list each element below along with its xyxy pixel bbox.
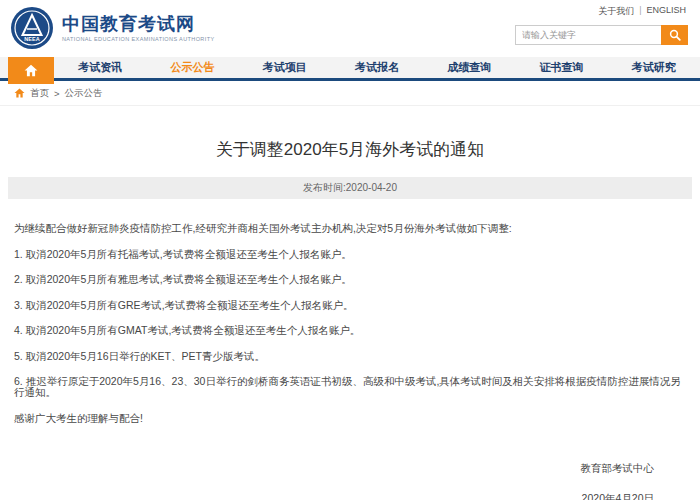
signature-org: 教育部考试中心: [14, 462, 654, 476]
nav-home-button[interactable]: [8, 57, 54, 84]
search-input[interactable]: [515, 25, 661, 45]
site-header: NEEA 中国教育考试网 NATIONAL EDUCATION EXAMINAT…: [0, 0, 700, 57]
signature-block: 教育部考试中心 2020年4月20日: [14, 462, 684, 500]
home-icon: [24, 64, 38, 77]
article-body: 为继续配合做好新冠肺炎疫情防控工作,经研究并商相关国外考试主办机构,决定对5月份…: [0, 199, 700, 500]
article-item-5: 5. 取消2020年5月16日举行的KET、PET青少版考试。: [14, 351, 684, 362]
article-thanks: 感谢广大考生的理解与配合!: [14, 413, 684, 424]
top-links: 关于我们 | ENGLISH: [598, 5, 686, 18]
article-item-1: 1. 取消2020年5月所有托福考试,考试费将全额退还至考生个人报名账户。: [14, 249, 684, 260]
site-title-block: 中国教育考试网 NATIONAL EDUCATION EXAMINATIONS …: [62, 14, 215, 42]
search-bar: [515, 25, 688, 45]
breadcrumb-home[interactable]: 首页: [30, 87, 49, 100]
search-button[interactable]: [661, 25, 688, 45]
site-name: 中国教育考试网: [62, 14, 215, 34]
magnifier-icon: [669, 29, 681, 41]
site-subtitle: NATIONAL EDUCATION EXAMINATIONS AUTHORIT…: [62, 36, 215, 42]
top-links-divider: |: [639, 5, 641, 18]
nav-item-exam-research[interactable]: 考试研究: [608, 57, 700, 78]
nav-item-exam-news[interactable]: 考试资讯: [54, 57, 146, 78]
svg-text:NEEA: NEEA: [24, 36, 39, 42]
about-us-link[interactable]: 关于我们: [598, 5, 634, 18]
english-link[interactable]: ENGLISH: [646, 5, 686, 18]
article-item-2: 2. 取消2020年5月所有雅思考试,考试费将全额退还至考生个人报名账户。: [14, 274, 684, 285]
article-item-3: 3. 取消2020年5月所有GRE考试,考试费将全额退还至考生个人报名账户。: [14, 300, 684, 311]
nav-item-exam-registration[interactable]: 考试报名: [331, 57, 423, 78]
page-title: 关于调整2020年5月海外考试的通知: [0, 138, 700, 161]
breadcrumb-separator: >: [54, 88, 60, 99]
nav-item-public-notices[interactable]: 公示公告: [146, 57, 238, 78]
article-item-6: 6. 推迟举行原定于2020年5月16、23、30日举行的剑桥商务英语证书初级、…: [14, 376, 684, 398]
neea-emblem-icon: NEEA: [10, 6, 54, 50]
nav-item-score-inquiry[interactable]: 成绩查询: [423, 57, 515, 78]
signature-date: 2020年4月20日: [14, 492, 654, 500]
breadcrumb-current[interactable]: 公示公告: [65, 87, 103, 100]
nav-item-exam-programs[interactable]: 考试项目: [239, 57, 331, 78]
breadcrumb-home-icon: [14, 88, 25, 98]
main-nav: 考试资讯 公示公告 考试项目 考试报名 成绩查询 证书查询 考试研究: [0, 57, 700, 81]
publish-time-bar: 发布时间:2020-04-20: [8, 177, 692, 199]
article-item-4: 4. 取消2020年5月所有GMAT考试,考试费将全额退还至考生个人报名账户。: [14, 325, 684, 336]
article-intro: 为继续配合做好新冠肺炎疫情防控工作,经研究并商相关国外考试主办机构,决定对5月份…: [14, 223, 684, 234]
nav-item-certificate-inquiry[interactable]: 证书查询: [515, 57, 607, 78]
breadcrumb: 首页 > 公示公告: [0, 81, 700, 106]
site-logo[interactable]: NEEA 中国教育考试网 NATIONAL EDUCATION EXAMINAT…: [10, 6, 215, 50]
